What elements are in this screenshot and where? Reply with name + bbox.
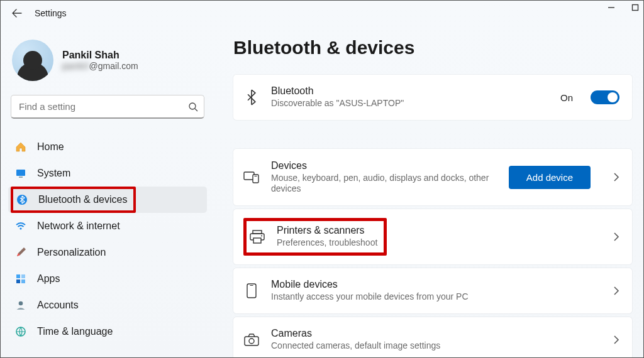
chevron-right-icon — [613, 286, 619, 296]
card-devices[interactable]: Devices Mouse, keyboard, pen, audio, dis… — [233, 149, 632, 205]
search-box[interactable] — [11, 95, 204, 119]
card-subtitle: Mouse, keyboard, pen, audio, displays an… — [271, 173, 497, 195]
system-icon — [14, 167, 27, 180]
sidebar-item-label: Personalization — [37, 247, 106, 258]
wifi-icon — [14, 220, 27, 232]
card-title: Cameras — [271, 328, 602, 339]
sidebar-item-bluetooth[interactable]: Bluetooth & devices — [8, 187, 207, 213]
svg-rect-21 — [247, 284, 256, 298]
sidebar-item-apps[interactable]: Apps — [8, 266, 207, 292]
card-cameras[interactable]: Cameras Connected cameras, default image… — [233, 317, 632, 358]
svg-rect-19 — [253, 238, 261, 243]
minimize-button[interactable] — [607, 3, 616, 12]
page-title: Bluetooth & devices — [233, 37, 632, 58]
nav-list: Home System Bluetooth & devices — [8, 134, 207, 345]
svg-rect-9 — [21, 274, 25, 278]
add-device-button[interactable]: Add device — [509, 166, 591, 189]
card-printers[interactable]: Printers & scanners Preferences, trouble… — [233, 209, 632, 264]
search-icon — [188, 102, 198, 112]
svg-point-12 — [19, 301, 23, 306]
svg-rect-4 — [16, 170, 25, 176]
sidebar-item-label: Apps — [37, 273, 60, 285]
toggle-state-label: On — [560, 92, 573, 103]
sidebar-item-label: System — [37, 168, 70, 179]
sidebar-item-label: Home — [37, 141, 64, 153]
sidebar-item-label: Bluetooth & devices — [38, 194, 127, 205]
avatar — [12, 40, 53, 81]
camera-icon — [243, 332, 260, 348]
card-mobile-devices[interactable]: Mobile devices Instantly access your mob… — [233, 268, 632, 313]
brush-icon — [14, 246, 27, 259]
card-title: Mobile devices — [271, 279, 602, 290]
home-icon — [14, 141, 27, 153]
sidebar-item-label: Network & internet — [37, 220, 120, 232]
sidebar-item-time-language[interactable]: Time & language — [8, 318, 207, 345]
card-subtitle: Connected cameras, default image setting… — [271, 340, 602, 352]
svg-point-7 — [19, 227, 21, 229]
chevron-right-icon — [613, 232, 619, 242]
accounts-icon — [14, 299, 27, 312]
sidebar-item-accounts[interactable]: Accounts — [8, 292, 207, 318]
globe-icon — [14, 325, 27, 338]
bluetooth-icon — [16, 193, 28, 206]
account-header[interactable]: Pankil Shah pankil@gmail.com — [8, 31, 207, 95]
sidebar-item-system[interactable]: System — [8, 160, 207, 187]
sidebar-item-network[interactable]: Network & internet — [8, 213, 207, 239]
card-subtitle: Instantly access your mobile devices fro… — [271, 291, 602, 303]
svg-point-20 — [261, 235, 262, 236]
settings-window: Settings Pankil Shah pankil@gmail.com — [0, 0, 644, 358]
svg-point-24 — [249, 339, 254, 344]
svg-line-3 — [195, 109, 197, 111]
window-controls — [607, 3, 640, 12]
account-name: Pankil Shah — [62, 50, 138, 61]
card-title: Bluetooth — [271, 85, 549, 97]
sidebar-item-label: Time & language — [37, 326, 113, 337]
svg-rect-22 — [250, 285, 253, 286]
card-subtitle: Preferences, troubleshoot — [277, 237, 377, 249]
svg-rect-8 — [16, 274, 20, 278]
sidebar: Pankil Shah pankil@gmail.com Home System — [1, 26, 214, 357]
back-button[interactable] — [9, 6, 25, 21]
devices-icon — [243, 169, 260, 185]
printer-icon — [249, 229, 265, 245]
card-subtitle: Discoverable as "ASUS-LAPTOP" — [271, 98, 549, 109]
svg-rect-17 — [253, 231, 262, 234]
svg-rect-1 — [633, 5, 638, 11]
apps-icon — [14, 273, 27, 285]
card-bluetooth[interactable]: Bluetooth Discoverable as "ASUS-LAPTOP" … — [233, 75, 632, 120]
sidebar-item-personalization[interactable]: Personalization — [8, 239, 207, 266]
svg-rect-23 — [245, 337, 258, 345]
titlebar: Settings — [1, 1, 643, 26]
sidebar-item-home[interactable]: Home — [8, 134, 207, 160]
svg-rect-15 — [253, 175, 258, 183]
account-email: pankil@gmail.com — [62, 61, 138, 71]
card-title: Printers & scanners — [277, 225, 377, 236]
bluetooth-toggle[interactable] — [591, 90, 619, 104]
svg-rect-11 — [21, 279, 25, 283]
maximize-button[interactable] — [631, 3, 640, 12]
window-title: Settings — [35, 8, 67, 18]
mobile-icon — [243, 283, 260, 299]
chevron-right-icon — [613, 172, 619, 182]
svg-rect-10 — [16, 279, 20, 283]
content-pane: Bluetooth & devices Bluetooth Discoverab… — [214, 26, 643, 357]
svg-point-2 — [189, 103, 196, 109]
bluetooth-icon — [243, 89, 260, 106]
search-input[interactable] — [11, 95, 204, 119]
sidebar-item-label: Accounts — [37, 300, 79, 311]
card-title: Devices — [271, 160, 497, 171]
svg-rect-16 — [255, 176, 257, 176]
chevron-right-icon — [613, 335, 619, 345]
svg-rect-5 — [19, 176, 23, 178]
